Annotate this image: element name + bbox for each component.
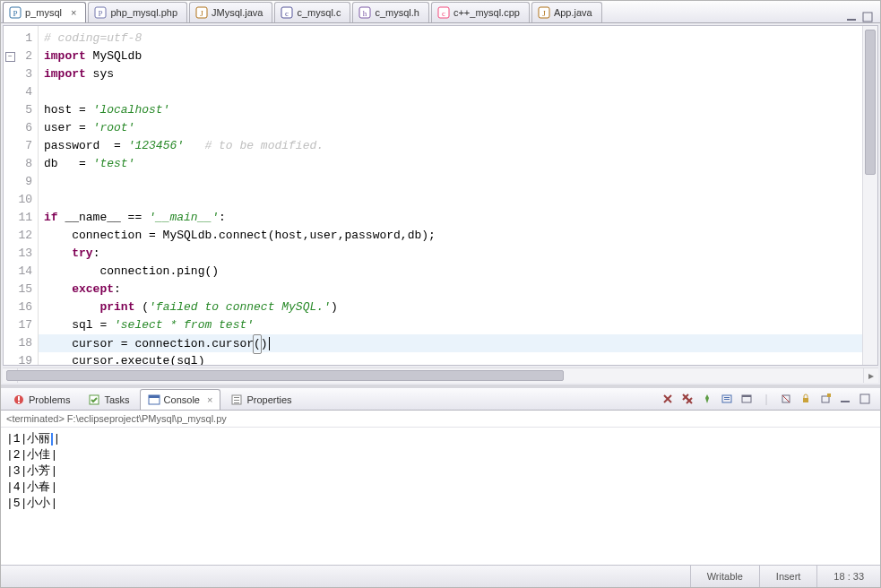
view-tab[interactable]: Problems bbox=[4, 389, 78, 410]
console-line[interactable]: |5|小小| bbox=[6, 496, 875, 512]
code-line[interactable]: password = '123456' # to be modified. bbox=[39, 137, 862, 155]
svg-text:P: P bbox=[99, 9, 103, 18]
code-line[interactable]: sql = 'select * from test' bbox=[39, 316, 862, 334]
close-icon[interactable]: × bbox=[207, 394, 212, 405]
views-tabbar: ProblemsTasksConsole×Properties | bbox=[1, 388, 880, 411]
code-line[interactable] bbox=[39, 191, 862, 209]
code-line[interactable]: connection.ping() bbox=[39, 263, 862, 281]
code-line[interactable] bbox=[39, 83, 862, 101]
code-line[interactable]: try: bbox=[39, 245, 862, 263]
line-number[interactable]: 3 bbox=[4, 65, 38, 83]
code-line[interactable]: cursor.execute(sql) bbox=[39, 352, 862, 366]
svg-rect-15 bbox=[863, 13, 872, 22]
svg-text:c: c bbox=[442, 9, 445, 18]
editor-code[interactable]: # coding=utf-8import MySQLdbimport sysho… bbox=[39, 26, 862, 366]
svg-text:J: J bbox=[542, 9, 546, 18]
maximize-panel-icon[interactable] bbox=[862, 12, 873, 22]
svg-rect-42 bbox=[841, 401, 850, 402]
line-number[interactable]: 14 bbox=[4, 263, 38, 281]
scroll-thumb[interactable] bbox=[865, 30, 876, 175]
tab-label: App.java bbox=[554, 7, 592, 18]
svg-text:c: c bbox=[285, 9, 289, 18]
code-line[interactable]: host = 'localhost' bbox=[39, 101, 862, 119]
remove-launch-icon[interactable] bbox=[660, 391, 676, 407]
code-token: '__main__' bbox=[149, 211, 219, 224]
console-line[interactable]: |1|小丽| bbox=[6, 431, 875, 447]
code-line[interactable]: except: bbox=[39, 281, 862, 298]
maximize-view-icon[interactable] bbox=[857, 391, 873, 407]
view-tab[interactable]: Tasks bbox=[80, 389, 137, 410]
line-number[interactable]: 1 bbox=[4, 30, 38, 48]
row-id: 2 bbox=[13, 448, 21, 462]
console-output[interactable]: |1|小丽||2|小佳||3|小芳||4|小春||5|小小| bbox=[1, 428, 880, 565]
view-tab[interactable]: Console× bbox=[140, 389, 221, 410]
svg-rect-17 bbox=[18, 396, 20, 401]
line-number[interactable]: 12 bbox=[4, 227, 38, 245]
view-tab[interactable]: Properties bbox=[222, 389, 299, 410]
console-line[interactable]: |2|小佳| bbox=[6, 447, 875, 463]
line-number[interactable]: 11 bbox=[4, 209, 38, 227]
console-line[interactable]: |3|小芳| bbox=[6, 463, 875, 480]
line-number[interactable]: 16 bbox=[4, 298, 38, 316]
code-line[interactable]: cursor = connection.cursor() bbox=[39, 334, 862, 352]
open-console-icon[interactable] bbox=[738, 391, 755, 407]
editor-tab[interactable]: JApp.java bbox=[531, 2, 602, 22]
code-token: 'failed to connect MySQL.' bbox=[149, 300, 331, 314]
editor-horizontal-scrollbar[interactable]: ◂ ▸ bbox=[3, 368, 878, 383]
code-line[interactable]: import sys bbox=[39, 65, 862, 83]
line-number[interactable]: 4 bbox=[4, 83, 38, 101]
line-number[interactable]: 5 bbox=[4, 101, 38, 119]
line-number[interactable]: 18 bbox=[4, 334, 38, 352]
scroll-thumb[interactable] bbox=[6, 370, 564, 381]
editor-body: 1−2345678910111213141516171819 # coding=… bbox=[3, 25, 878, 367]
scroll-right-icon[interactable]: ▸ bbox=[863, 368, 878, 383]
display-selected-icon[interactable] bbox=[719, 391, 735, 407]
editor-vertical-scrollbar[interactable] bbox=[862, 26, 877, 366]
editor-tab[interactable]: cc++_mysql.cpp bbox=[431, 2, 530, 22]
svg-text:J: J bbox=[200, 9, 203, 18]
remove-all-launch-icon[interactable] bbox=[679, 391, 695, 407]
line-number[interactable]: 7 bbox=[4, 137, 38, 155]
editor-tab[interactable]: cc_mysql.c bbox=[274, 2, 350, 22]
close-icon[interactable]: × bbox=[71, 7, 76, 18]
code-line[interactable]: import MySQLdb bbox=[39, 48, 862, 65]
editor-tab[interactable]: Pphp_mysql.php bbox=[88, 2, 187, 22]
row-name: 小丽 bbox=[27, 432, 50, 445]
fold-toggle-icon[interactable]: − bbox=[5, 52, 15, 62]
text-caret bbox=[51, 433, 53, 445]
scroll-lock-icon[interactable] bbox=[798, 391, 814, 407]
editor-tab[interactable]: Pp_mysql× bbox=[3, 2, 86, 22]
svg-rect-39 bbox=[803, 398, 808, 402]
code-line[interactable]: # coding=utf-8 bbox=[39, 30, 862, 48]
line-number[interactable]: 9 bbox=[4, 173, 38, 191]
editor-tab[interactable]: JJMysql.java bbox=[189, 2, 272, 22]
new-console-icon[interactable] bbox=[817, 391, 833, 407]
line-number[interactable]: 15 bbox=[4, 281, 38, 298]
console-line[interactable]: |4|小春| bbox=[6, 480, 875, 496]
code-line[interactable]: print ('failed to connect MySQL.') bbox=[39, 298, 862, 316]
code-line[interactable]: user = 'root' bbox=[39, 119, 862, 137]
line-number[interactable]: −2 bbox=[4, 48, 38, 65]
line-number[interactable]: 6 bbox=[4, 119, 38, 137]
line-number[interactable]: 10 bbox=[4, 191, 38, 209]
status-insert: Insert bbox=[759, 566, 817, 587]
line-number[interactable]: 13 bbox=[4, 245, 38, 263]
tab-label: php_mysql.php bbox=[110, 7, 177, 18]
code-line[interactable] bbox=[39, 173, 862, 191]
code-token: 'root' bbox=[93, 121, 135, 134]
code-line[interactable]: if __name__ == '__main__': bbox=[39, 209, 862, 227]
minimize-view-icon[interactable] bbox=[837, 391, 853, 407]
svg-rect-33 bbox=[724, 397, 730, 398]
code-line[interactable]: connection = MySQLdb.connect(host,user,p… bbox=[39, 227, 862, 245]
line-number[interactable]: 17 bbox=[4, 316, 38, 334]
svg-text:h: h bbox=[363, 9, 367, 18]
editor-tab[interactable]: hc_mysql.h bbox=[352, 2, 429, 22]
code-line[interactable]: db = 'test' bbox=[39, 155, 862, 173]
line-number[interactable]: 8 bbox=[4, 155, 38, 173]
code-token: 'test' bbox=[93, 157, 135, 170]
svg-rect-41 bbox=[827, 393, 831, 397]
svg-line-38 bbox=[782, 395, 790, 402]
clear-console-icon[interactable] bbox=[778, 391, 794, 407]
minimize-panel-icon[interactable] bbox=[846, 12, 857, 22]
pin-console-icon[interactable] bbox=[699, 391, 715, 407]
